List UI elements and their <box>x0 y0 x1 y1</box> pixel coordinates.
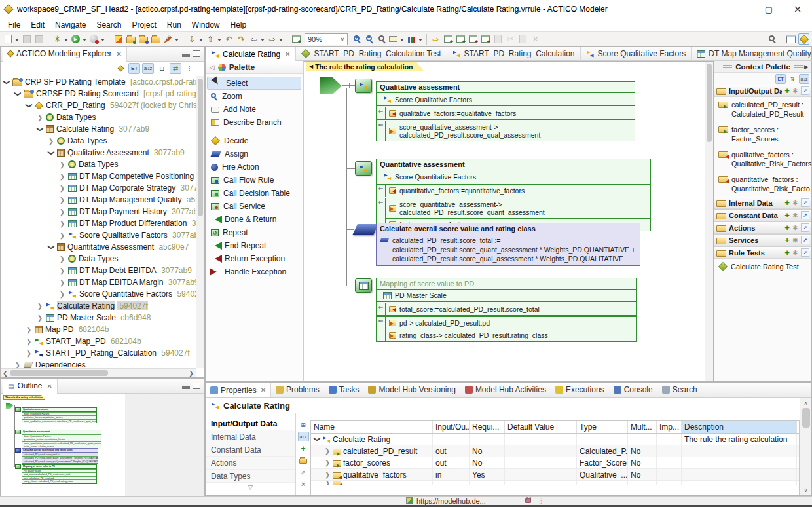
expand-arrow-icon[interactable]: ❯ <box>59 173 65 180</box>
palette-tool-fire-action[interactable]: Fire Action <box>207 160 301 174</box>
column-header-defaultvalue[interactable]: Default Value <box>505 421 577 433</box>
tree-item[interactable]: ❯CRR_PD_Rating 594027f (locked by Christ… <box>1 100 196 111</box>
expand-arrow-icon[interactable]: ❯ <box>59 161 65 168</box>
search-icon[interactable] <box>766 33 777 45</box>
add-icon[interactable]: + <box>784 88 790 94</box>
column-header-imp[interactable]: Imp... <box>657 421 682 433</box>
call-flow-rule-node-icon[interactable] <box>355 79 372 93</box>
pin-to-palette-icon[interactable]: ➚ <box>801 248 809 257</box>
annotate-icon[interactable] <box>162 33 174 45</box>
outline-view-tab[interactable]: ▤ Outline ✕ <box>3 379 58 394</box>
palette-tool-call-service[interactable]: Call Service <box>207 200 301 213</box>
options-icon[interactable]: ∗ <box>792 236 798 244</box>
view-tab-problems[interactable]: Problems <box>271 383 324 397</box>
collapse-arrow-icon[interactable]: ❯ <box>3 79 10 85</box>
dropdown-arrow-icon[interactable] <box>279 39 283 43</box>
dropdown-arrow-icon[interactable] <box>64 39 68 43</box>
tree-item[interactable]: ❯DT Map Competetive Positioning in M <box>1 170 196 182</box>
palette-tool-end-repeat[interactable]: End Repeat <box>207 239 301 252</box>
table-row[interactable]: ❯qualitative_factorsinYesQualitative_...… <box>311 469 799 481</box>
add-icon[interactable]: + <box>784 237 790 244</box>
tree-item[interactable]: ❯DT Map Management Quality a52297 <box>1 194 196 206</box>
close-icon[interactable]: ✕ <box>116 50 121 58</box>
assign-node-icon[interactable] <box>352 224 378 235</box>
dropdown-arrow-icon[interactable] <box>83 39 86 43</box>
dropdown-arrow-icon[interactable] <box>400 39 404 43</box>
context-section-services[interactable]: Services+∗➚ <box>714 234 811 246</box>
explorer-vertical-scrollbar[interactable] <box>196 76 204 368</box>
menu-help[interactable]: Help <box>225 19 252 31</box>
expand-arrow-icon[interactable]: ❯ <box>59 232 65 239</box>
call-flow-rule-node-icon[interactable] <box>355 161 372 176</box>
redo-icon[interactable]: ↷ <box>236 33 247 45</box>
editor-tab[interactable]: Calculate Rating✕ <box>206 47 296 61</box>
open-icon[interactable] <box>298 455 309 465</box>
explorer-view-tab[interactable]: ACTICO Modeling Explorer ✕ <box>3 47 127 62</box>
expand-arrow-icon[interactable]: ❯ <box>324 481 331 485</box>
prev-annotation-icon[interactable]: ⇩ <box>187 33 198 45</box>
tree-item[interactable]: ❯DT Map Payment History 3077ab9 <box>1 206 196 217</box>
open-perspective-icon[interactable] <box>785 33 796 45</box>
tree-item[interactable]: ❯CRP SF PD Rating Template [actico.crpsf… <box>1 76 196 88</box>
menu-run[interactable]: Run <box>162 19 187 31</box>
expand-arrow-icon[interactable]: ❯ <box>59 208 65 216</box>
collapse-palette-icon[interactable]: ◁ <box>210 64 215 71</box>
next-annotation-icon[interactable]: ⇧ <box>205 33 216 45</box>
menu-navigate[interactable]: Navigate <box>50 19 91 31</box>
view-tab-search[interactable]: Search <box>657 383 702 397</box>
canvas-block[interactable]: Calculate overall score value and rating… <box>376 223 640 266</box>
add-icon[interactable]: + <box>784 225 790 231</box>
tree-item[interactable]: ❯Data Types <box>1 253 196 265</box>
editor-tab[interactable]: Score Qualitative Factors <box>581 47 692 61</box>
context-section-rule-tests[interactable]: Rule Tests+∗➚ <box>714 246 811 259</box>
dropdown-arrow-icon[interactable] <box>15 39 19 43</box>
view-tab-tasks[interactable]: Tasks <box>324 383 364 397</box>
palette-tool-done-return[interactable]: Done & Return <box>207 213 301 226</box>
layers-icon[interactable] <box>388 33 399 45</box>
close-icon[interactable]: ✕ <box>261 386 266 394</box>
canvas-block[interactable]: Quantitative assessmentScore Quantitativ… <box>376 159 651 231</box>
menu-edit[interactable]: Edit <box>26 19 50 31</box>
expand-arrow-icon[interactable]: ❯ <box>48 138 54 145</box>
zoom-out-icon[interactable]: − <box>363 33 374 45</box>
options-icon[interactable]: ∗ <box>792 198 798 207</box>
view-tab-model-hub-versioning[interactable]: Model Hub Versioning <box>363 383 460 397</box>
properties-section-constant-data[interactable]: Constant Data <box>206 443 295 457</box>
table-row[interactable]: ❯Calculate RatingThe rule the rating cal… <box>311 434 799 445</box>
palette-tool-assign[interactable]: Assign <box>207 147 301 160</box>
properties-section-data-types[interactable]: Data Types <box>206 470 295 483</box>
expand-arrow-icon[interactable]: ❯ <box>59 220 65 227</box>
context-section-actions[interactable]: Actions+∗➚ <box>714 221 811 234</box>
canvas-vertical-scrollbar[interactable] <box>705 62 713 381</box>
close-icon[interactable]: ✕ <box>285 50 290 58</box>
add-icon[interactable]: + <box>784 200 790 206</box>
expand-arrow-icon[interactable]: ❯ <box>37 114 43 121</box>
sort-alphabetical-icon[interactable]: a↓z <box>799 74 809 84</box>
sort-alphabetical-icon[interactable]: a↓z <box>142 63 154 74</box>
context-item[interactable]: factor_scores :Factor_Scores <box>714 122 811 147</box>
tree-item[interactable]: ❯Map PD 682104b <box>1 324 196 335</box>
context-item[interactable]: quantitative_factors :Quantitative_Risk_… <box>714 172 811 197</box>
pin-to-palette-icon[interactable]: ➚ <box>801 198 809 207</box>
tree-item[interactable]: ❯PD Master Scale cb6d948 <box>1 312 196 324</box>
palette-tool-handle-exception[interactable]: Handle Exception <box>207 265 301 278</box>
context-item[interactable]: Calculate Rating Test <box>714 259 811 274</box>
pin-to-palette-icon[interactable]: ➚ <box>801 236 809 244</box>
dropdown-arrow-icon[interactable] <box>418 39 422 43</box>
options-icon[interactable]: ∗ <box>792 86 798 95</box>
validate-icon[interactable]: ✳ <box>52 33 63 45</box>
column-header-description[interactable]: Description <box>682 421 797 433</box>
palette-tool-select[interactable]: Select <box>207 77 301 90</box>
actico-perspective-icon[interactable] <box>798 33 809 45</box>
modelhub-url[interactable]: https://modelhub.de... <box>416 497 486 505</box>
context-palette-header[interactable]: Context Palette ▶ <box>714 61 811 73</box>
dropdown-arrow-icon[interactable] <box>261 39 265 43</box>
remove-row-icon[interactable] <box>480 33 491 45</box>
palette-tool-call-flow-rule[interactable]: Call Flow Rule <box>207 174 301 187</box>
context-section-constant-data[interactable]: Constant Data+∗➚ <box>714 209 811 221</box>
collapse-arrow-icon[interactable]: ❯ <box>26 102 33 109</box>
dropdown-arrow-icon[interactable] <box>101 39 105 43</box>
expand-arrow-icon[interactable]: ❯ <box>26 326 32 333</box>
view-tab-executions[interactable]: Executions <box>551 383 609 397</box>
dropdown-arrow-icon[interactable] <box>217 39 221 43</box>
